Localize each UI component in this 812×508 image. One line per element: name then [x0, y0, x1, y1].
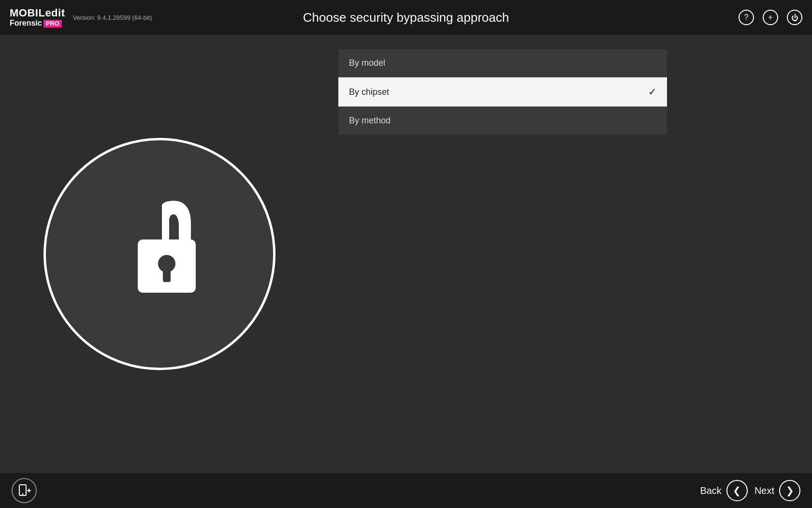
help-icon[interactable]: ? [739, 10, 754, 25]
svg-point-6 [22, 493, 24, 495]
page-title: Choose security bypassing approach [303, 10, 509, 25]
add-device-button[interactable] [12, 478, 37, 503]
main-content: By model By chipset ✓ By method [0, 35, 812, 473]
lock-circle [44, 138, 276, 370]
next-arrow-icon: ❯ [786, 485, 794, 496]
back-label: Back [700, 485, 721, 496]
logo-mobi: MOBILedit [10, 7, 65, 19]
logo-forensic: ForensicPRO [10, 19, 65, 28]
option-by-method[interactable]: By method [338, 107, 667, 134]
option-by-method-label: By method [349, 116, 391, 126]
add-icon[interactable]: + [763, 10, 778, 25]
option-by-chipset[interactable]: By chipset ✓ [338, 77, 667, 107]
svg-rect-2 [163, 269, 171, 282]
back-button[interactable]: Back ❮ [700, 480, 747, 501]
option-by-model[interactable]: By model [338, 49, 667, 77]
lock-icon [111, 196, 208, 312]
header: MOBILedit ForensicPRO Version: 9.4.1.285… [0, 0, 812, 35]
next-arrow-circle[interactable]: ❯ [779, 480, 800, 501]
footer-right: Back ❮ Next ❯ [700, 480, 800, 501]
logo: MOBILedit ForensicPRO [10, 7, 65, 28]
footer: Back ❮ Next ❯ [0, 473, 812, 508]
right-panel: By model By chipset ✓ By method [319, 35, 812, 473]
back-arrow-circle[interactable]: ❮ [726, 480, 748, 501]
option-by-chipset-label: By chipset [349, 87, 389, 97]
left-panel [0, 35, 319, 473]
next-button[interactable]: Next ❯ [754, 480, 800, 501]
options-list: By model By chipset ✓ By method [338, 49, 667, 134]
back-arrow-icon: ❮ [733, 485, 741, 496]
next-label: Next [754, 485, 774, 496]
power-icon[interactable]: ⏻ [787, 10, 802, 25]
footer-left [12, 478, 37, 503]
add-device-icon [17, 484, 31, 497]
version-label: Version: 9.4.1.28599 (64-bit) [73, 14, 152, 21]
header-icons: ? + ⏻ [739, 10, 802, 25]
option-by-chipset-check: ✓ [648, 86, 656, 98]
option-by-model-label: By model [349, 58, 385, 68]
